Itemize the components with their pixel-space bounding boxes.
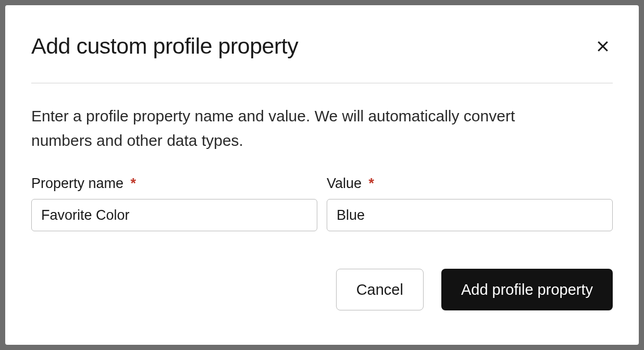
cancel-button[interactable]: Cancel [336,269,424,310]
modal-title: Add custom profile property [31,33,298,59]
button-row: Cancel Add profile property [31,269,613,310]
modal-description: Enter a profile property name and value.… [31,104,563,153]
add-profile-property-button[interactable]: Add profile property [441,269,613,310]
value-input[interactable] [327,199,613,231]
add-profile-property-modal: Add custom profile property Enter a prof… [5,5,639,345]
close-icon [595,39,611,54]
property-name-label-text: Property name [31,176,123,191]
form-row: Property name * Value * [31,176,613,231]
value-group: Value * [327,176,613,231]
value-label-text: Value [327,176,362,191]
required-asterisk: * [369,176,375,191]
required-asterisk: * [131,176,137,191]
modal-header: Add custom profile property [31,33,613,83]
property-name-input[interactable] [31,199,317,231]
close-button[interactable] [593,36,613,56]
property-name-group: Property name * [31,176,317,231]
value-label: Value * [327,176,613,192]
property-name-label: Property name * [31,176,317,192]
